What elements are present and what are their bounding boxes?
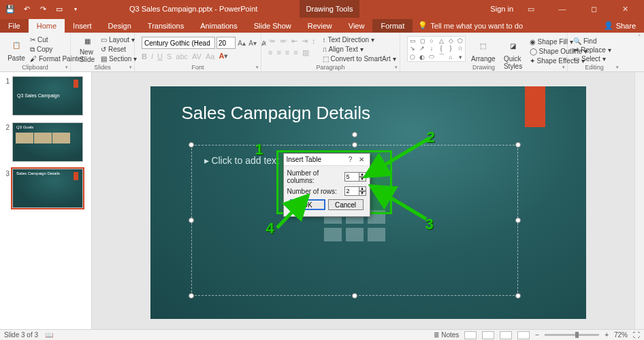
tab-insert[interactable]: Insert (65, 19, 100, 33)
align-left-icon[interactable]: ≡ (268, 48, 272, 57)
italic-icon[interactable]: I (151, 52, 153, 61)
section-button[interactable]: ▤ Section ▾ (101, 54, 137, 63)
resize-handle[interactable] (352, 293, 357, 299)
zoom-slider[interactable] (545, 334, 599, 336)
font-size-input[interactable] (216, 37, 236, 49)
resize-handle[interactable] (515, 293, 521, 299)
share-button[interactable]: 👤 Share (596, 18, 644, 33)
slide-canvas[interactable]: Sales Campaign Details ▸ Click to add te… (150, 86, 586, 319)
redo-icon[interactable]: ↷ (38, 4, 48, 14)
resize-handle[interactable] (515, 142, 521, 148)
char-spacing-icon[interactable]: AV (192, 52, 202, 61)
ribbon-display-options-icon[interactable]: ▭ (517, 0, 545, 18)
tab-format[interactable]: Format (372, 19, 413, 33)
columns-icon[interactable]: ▥ (302, 48, 309, 57)
fit-to-window-icon[interactable]: ⛶ (633, 331, 640, 339)
align-center-icon[interactable]: ≡ (276, 48, 280, 57)
decrease-indent-icon[interactable]: ⇤ (291, 37, 297, 46)
insert-online-pictures-icon[interactable] (346, 228, 364, 241)
rows-input[interactable] (344, 186, 359, 196)
tab-animations[interactable]: Animations (192, 19, 245, 33)
collapse-ribbon-icon[interactable]: ˄ (638, 34, 641, 41)
underline-icon[interactable]: U (157, 52, 163, 61)
zoom-out-icon[interactable]: − (535, 331, 539, 339)
tell-me-box[interactable]: 💡 Tell me what you want to do (413, 18, 528, 33)
thumbnail-item[interactable]: 2 Q3 Goals (1, 122, 87, 162)
arrange-button[interactable]: ⬚ Arrange (468, 36, 498, 63)
thumbnail-item[interactable]: 3 Sales Campaign Details (1, 169, 87, 208)
justify-icon[interactable]: ≡ (293, 48, 297, 57)
smartart-button[interactable]: ⬚ Convert to SmartArt ▾ (323, 54, 396, 63)
decrease-font-icon[interactable]: A▾ (248, 38, 257, 48)
maximize-icon[interactable]: ◻ (580, 0, 607, 18)
spin-up-icon[interactable]: ▲ (359, 172, 366, 177)
bold-icon[interactable]: B (142, 52, 147, 61)
find-button[interactable]: 🔍 Find (573, 37, 611, 45)
normal-view-icon[interactable] (464, 331, 477, 339)
tab-review[interactable]: Review (300, 19, 340, 33)
increase-indent-icon[interactable]: ⇥ (302, 37, 308, 46)
slide-count-label[interactable]: Slide 3 of 3 (4, 331, 38, 339)
bullets-icon[interactable]: ≔ (268, 37, 276, 46)
font-color-icon[interactable]: A▾ (219, 52, 228, 61)
notes-button[interactable]: ≣ Notes (434, 331, 459, 339)
reading-view-icon[interactable] (500, 331, 512, 339)
align-right-icon[interactable]: ≡ (285, 48, 289, 57)
spin-down-icon[interactable]: ▼ (359, 191, 366, 196)
columns-input[interactable] (344, 172, 359, 182)
line-spacing-icon[interactable]: ↕ (312, 37, 316, 46)
new-slide-button[interactable]: ▦ New Slide (75, 34, 99, 63)
resize-handle[interactable] (189, 218, 194, 223)
tab-view[interactable]: View (340, 19, 373, 33)
vertical-scrollbar[interactable] (634, 72, 644, 329)
slideshow-view-icon[interactable] (517, 331, 530, 339)
minimize-icon[interactable]: — (549, 0, 576, 18)
tab-slideshow[interactable]: Slide Show (246, 19, 300, 33)
resize-handle[interactable] (352, 142, 357, 148)
dialog-close-icon[interactable]: ✕ (356, 156, 367, 163)
tab-transitions[interactable]: Transitions (140, 19, 192, 33)
thumbnail-slide-1[interactable]: Q3 Sales Campaign (12, 76, 83, 116)
shadow-icon[interactable]: S (167, 52, 172, 61)
tab-file[interactable]: File (0, 19, 29, 33)
zoom-in-icon[interactable]: + (605, 331, 609, 339)
sign-in-link[interactable]: Sign in (490, 5, 513, 13)
slide-sorter-view-icon[interactable] (482, 331, 494, 339)
zoom-level-label[interactable]: 72% (614, 331, 628, 339)
tab-home[interactable]: Home (29, 19, 65, 33)
dialog-titlebar[interactable]: Insert Table ? ✕ (284, 154, 370, 166)
thumbnail-item[interactable]: 1 Q3 Sales Campaign (1, 76, 87, 116)
spin-up-icon[interactable]: ▲ (359, 186, 366, 191)
columns-spinner[interactable]: ▲▼ (344, 172, 366, 182)
qat-more-icon[interactable]: ▾ (71, 4, 80, 14)
cancel-button[interactable]: Cancel (328, 199, 364, 210)
dialog-help-icon[interactable]: ? (345, 156, 356, 163)
thumbnail-slide-3[interactable]: Sales Campaign Details (12, 169, 83, 208)
close-icon[interactable]: ✕ (611, 0, 639, 18)
reset-button[interactable]: ↺ Reset (101, 45, 137, 54)
text-direction-button[interactable]: ↕ Text Direction ▾ (323, 35, 396, 44)
strikethrough-icon[interactable]: abc (176, 52, 188, 61)
increase-font-icon[interactable]: A▴ (237, 38, 246, 48)
replace-button[interactable]: ⇄ Replace ▾ (573, 46, 611, 54)
save-icon[interactable]: 💾 (5, 4, 15, 14)
ok-button[interactable]: OK (290, 199, 325, 210)
shapes-gallery[interactable]: ▭◻○△◇⬠ ↘↗↓{}☆ ⬡◐⬭⌒⌂▾ (407, 36, 466, 62)
insert-video-icon[interactable] (368, 228, 385, 241)
align-text-button[interactable]: ⎍ Align Text ▾ (323, 45, 396, 54)
paste-button[interactable]: 📋 Paste (4, 34, 29, 63)
numbering-icon[interactable]: ≕ (280, 37, 287, 46)
font-name-input[interactable] (142, 37, 215, 49)
layout-button[interactable]: ▭ Layout ▾ (101, 35, 137, 44)
resize-handle[interactable] (189, 142, 194, 148)
resize-handle[interactable] (189, 293, 194, 299)
resize-handle[interactable] (515, 218, 521, 223)
thumbnail-slide-2[interactable]: Q3 Goals (12, 122, 83, 162)
undo-icon[interactable]: ↶ (22, 4, 31, 14)
rotate-handle[interactable] (352, 132, 357, 137)
change-case-icon[interactable]: Aa (206, 52, 214, 61)
rows-spinner[interactable]: ▲▼ (344, 186, 366, 196)
slide-title-text[interactable]: Sales Campaign Details (182, 103, 370, 124)
start-from-beginning-icon[interactable]: ▭ (54, 4, 64, 14)
tab-design[interactable]: Design (100, 19, 140, 33)
